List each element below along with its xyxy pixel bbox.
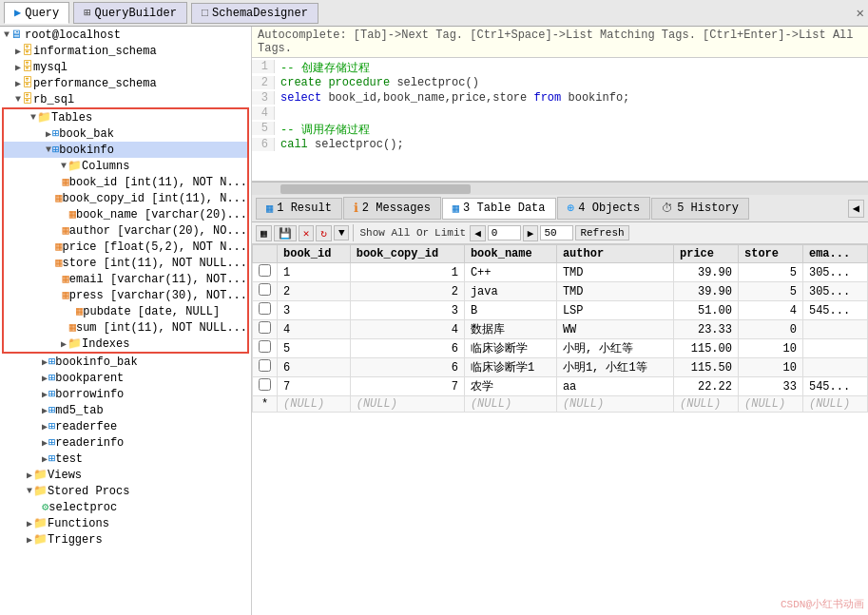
code-scrollbar[interactable] — [252, 182, 868, 195]
row-checkbox[interactable] — [259, 283, 271, 296]
objects-icon: ⊕ — [568, 201, 575, 216]
tree-table-readerfee[interactable]: ▶ ⊞ readerfee — [0, 418, 251, 434]
limit-label: Limit — [434, 227, 466, 239]
tab-history[interactable]: ⏱ 5 History — [651, 198, 749, 220]
tab-schemadesigner[interactable]: □ SchemaDesigner — [191, 3, 318, 24]
table-row[interactable]: 22javaTMD39.905305... — [253, 282, 868, 301]
close-button[interactable]: ✕ — [857, 5, 864, 21]
refresh-data-btn[interactable]: Refresh — [575, 225, 628, 240]
offset-input[interactable] — [488, 225, 521, 240]
tree-root[interactable]: ▼ 🖥 root@localhost — [0, 27, 251, 43]
row-checkbox[interactable] — [259, 302, 271, 315]
expand-icon: ▶ — [27, 534, 32, 546]
data-table: book_id book_copy_id book_name author pr… — [252, 244, 868, 413]
row-checkbox[interactable] — [259, 264, 271, 277]
expand-icon: ▶ — [42, 453, 48, 465]
th-book_id[interactable]: book_id — [278, 245, 351, 263]
tree-db-rb_sql[interactable]: ▼ 🗄 rb_sql — [0, 91, 251, 107]
tree-col-store[interactable]: ▦ store [int(11), NOT NULL... — [4, 255, 247, 271]
tree-db-mysql[interactable]: ▶ 🗄 mysql — [0, 59, 251, 75]
tree-folder-triggers[interactable]: ▶ 📁 Triggers — [0, 531, 251, 548]
sep1 — [353, 224, 354, 241]
code-editor[interactable]: 1 -- 创建存储过程 2 create procedure selectpro… — [252, 58, 868, 182]
tree-col-book_id[interactable]: ▦ book_id [int(11), NOT N... — [4, 174, 247, 190]
db-icon: 🗄 — [22, 92, 33, 106]
th-email[interactable]: ema... — [802, 245, 867, 263]
tree-folder-views[interactable]: ▶ 📁 Views — [0, 467, 251, 483]
th-book_copy_id[interactable]: book_copy_id — [350, 245, 464, 263]
result-icon: ▦ — [266, 202, 273, 216]
th-price[interactable]: price — [674, 245, 739, 263]
row-checkbox[interactable] — [259, 359, 271, 372]
filter-btn[interactable]: ▼ — [334, 225, 350, 240]
tree-folder-stored-procs[interactable]: ▼ 📁 Stored Procs — [0, 483, 251, 499]
expand-icon: ▶ — [42, 437, 48, 449]
tree-folder-indexes[interactable]: ▶ 📁 Indexes — [4, 336, 247, 352]
table-icon: ⊞ — [52, 126, 59, 141]
db-icon: 🗄 — [22, 44, 33, 58]
table-row[interactable]: 56临床诊断学小明, 小红等115.0010 — [253, 339, 868, 358]
tree-col-book_copy_id[interactable]: ▦ book_copy_id [int(11), N... — [4, 190, 247, 206]
save-btn[interactable]: 💾 — [274, 225, 297, 241]
table-data-area[interactable]: book_id book_copy_id book_name author pr… — [252, 244, 868, 615]
tree-folder-tables[interactable]: ▼ 📁 Tables — [4, 109, 247, 125]
refresh-btn2[interactable]: ↻ — [316, 225, 332, 241]
tree-col-price[interactable]: ▦ price [float(5,2), NOT N... — [4, 239, 247, 255]
limit-input[interactable] — [540, 225, 573, 240]
tree-col-pubdate[interactable]: ▦ pubdate [date, NULL] — [4, 303, 247, 319]
tree-db-performance[interactable]: ▶ 🗄 performance_schema — [0, 75, 251, 91]
tree-table-book_bak[interactable]: ▶ ⊞ book_bak — [4, 125, 247, 142]
tree-col-book_name[interactable]: ▦ book_name [varchar(20)... — [4, 206, 247, 222]
table-icon: ⊞ — [48, 435, 55, 450]
table-icon: ⊞ — [48, 355, 55, 369]
tree-table-test[interactable]: ▶ ⊞ test — [0, 451, 251, 467]
tab-messages[interactable]: ℹ 2 Messages — [343, 197, 441, 220]
row-checkbox[interactable] — [259, 378, 271, 391]
tree-col-email[interactable]: ▦ email [varchar(11), NOT... — [4, 271, 247, 287]
col-icon: ▦ — [63, 272, 69, 286]
tree-table-readerinfo[interactable]: ▶ ⊞ readerinfo — [0, 434, 251, 451]
row-checkbox[interactable] — [259, 321, 271, 334]
autocomplete-hint: Autocomplete: [Tab]->Next Tag. [Ctrl+Spa… — [252, 27, 868, 58]
table-row[interactable]: 44数据库WW23.330 — [253, 320, 868, 339]
tab-query[interactable]: ▶ Query — [4, 2, 69, 24]
expand-icon: ▼ — [27, 486, 32, 496]
tree-folder-functions[interactable]: ▶ 📁 Functions — [0, 515, 251, 531]
tree-folder-columns[interactable]: ▼ 📁 Columns — [4, 158, 247, 174]
th-book_name[interactable]: book_name — [464, 245, 556, 263]
tree-table-bookinfo[interactable]: ▼ ⊞ bookinfo — [4, 142, 247, 158]
tree-col-press[interactable]: ▦ press [varchar(30), NOT... — [4, 287, 247, 303]
grid-view-btn[interactable]: ▦ — [256, 225, 272, 241]
tree-col-author[interactable]: ▦ author [varchar(20), NO... — [4, 222, 247, 239]
table-row[interactable]: 77农学aa22.2233545... — [253, 377, 868, 396]
tree-table-borrowinfo[interactable]: ▶ ⊞ borrowinfo — [0, 386, 251, 402]
tab-result[interactable]: ▦ 1 Result — [256, 198, 342, 220]
expand-icon: ▶ — [46, 128, 51, 140]
folder-icon: 📁 — [33, 532, 48, 547]
tree-table-bookinfo_bak[interactable]: ▶ ⊞ bookinfo_bak — [0, 354, 251, 370]
expand-icon: ▶ — [42, 389, 48, 400]
tab-table-data[interactable]: ▦ 3 Table Data — [442, 198, 556, 220]
tree-table-bookparent[interactable]: ▶ ⊞ bookparent — [0, 370, 251, 386]
panel-arrow-btn[interactable]: ◀ — [848, 200, 864, 218]
table-row[interactable]: *(NULL)(NULL)(NULL)(NULL)(NULL)(NULL)(NU… — [253, 396, 868, 413]
messages-icon: ℹ — [354, 201, 358, 216]
delete-btn[interactable]: ✕ — [299, 225, 315, 241]
th-store[interactable]: store — [738, 245, 802, 263]
table-row[interactable]: 11C++TMD39.905305... — [253, 263, 868, 282]
tree-db-information_schema[interactable]: ▶ 🗄 information_schema — [0, 43, 251, 59]
table-row[interactable]: 66临床诊断学1小明1, 小红1等115.5010 — [253, 358, 868, 377]
scrollbar-thumb[interactable] — [280, 184, 471, 194]
row-checkbox[interactable] — [259, 340, 271, 353]
tree-col-sum[interactable]: ▦ sum [int(11), NOT NULL... — [4, 319, 247, 336]
tree-proc-selectproc[interactable]: ⚙ selectproc — [0, 499, 251, 515]
tree-table-md5_tab[interactable]: ▶ ⊞ md5_tab — [0, 402, 251, 418]
tab-querybuilder[interactable]: ⊞ QueryBuilder — [73, 2, 187, 24]
table-row[interactable]: 33BLSP51.004545... — [253, 301, 868, 320]
tab-objects[interactable]: ⊕ 4 Objects — [557, 197, 651, 220]
expand-icon: ▶ — [15, 46, 21, 57]
next-btn[interactable]: ▶ — [523, 225, 539, 241]
th-author[interactable]: author — [556, 245, 673, 263]
proc-icon: ⚙ — [42, 500, 48, 514]
prev-btn[interactable]: ◀ — [470, 225, 486, 241]
